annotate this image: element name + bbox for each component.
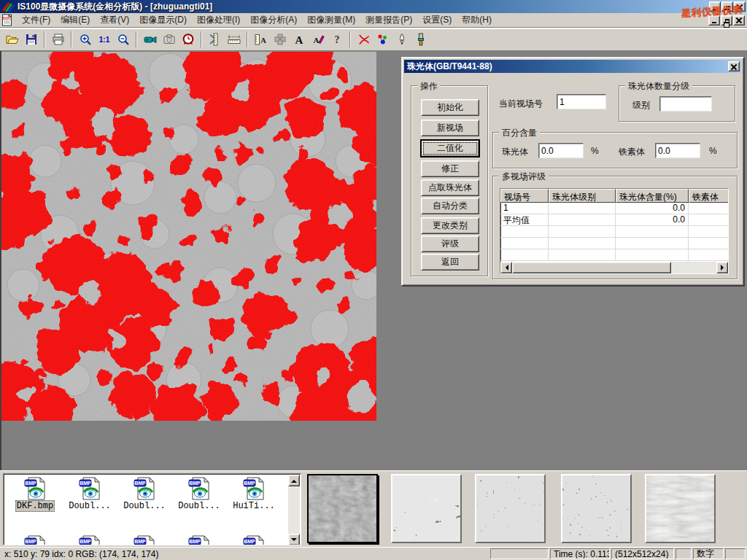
- table-row[interactable]: 平均值 0.0: [500, 214, 728, 226]
- change-class-button[interactable]: 更改类别: [421, 217, 479, 234]
- mdi-minimize-button[interactable]: [708, 15, 720, 26]
- file-name[interactable]: HuiTi...: [232, 501, 276, 511]
- current-field-input[interactable]: [557, 94, 606, 109]
- pick-pearlite-button[interactable]: 点取珠光体: [421, 179, 479, 196]
- save-button[interactable]: [22, 31, 40, 48]
- scroll-left-button[interactable]: [500, 262, 512, 273]
- file-item[interactable]: [119, 535, 170, 545]
- file-item[interactable]: Doubl...: [119, 477, 170, 511]
- file-name[interactable]: Doubl...: [68, 501, 112, 511]
- close-button[interactable]: [734, 1, 746, 12]
- zoom-out-button[interactable]: [114, 31, 132, 48]
- col-field-number[interactable]: 视场号: [500, 189, 549, 203]
- video-camera-button[interactable]: [141, 31, 159, 48]
- menu-help[interactable]: 帮助(H): [457, 12, 497, 28]
- table-horizontal-scrollbar[interactable]: [500, 262, 728, 273]
- thumbnail-4[interactable]: [561, 474, 632, 543]
- thumbnail-5[interactable]: [645, 474, 716, 543]
- file-item[interactable]: Doubl...: [64, 477, 115, 511]
- cell-field: 平均值: [500, 214, 549, 225]
- toolbar-separator: [201, 31, 202, 47]
- table-row[interactable]: 1 0.0: [500, 203, 728, 214]
- menu-image-display[interactable]: 图像显示(D): [134, 12, 192, 28]
- pearlite-dialog: 珠光体(GB/T9441-88) 操作 初始化 新视场 二值化 修正 点取珠光体…: [401, 57, 744, 286]
- thumbnail-1[interactable]: [307, 474, 378, 543]
- ruler-button[interactable]: [225, 31, 243, 48]
- file-name[interactable]: Doubl...: [123, 501, 166, 511]
- col-pearlite-grade[interactable]: 珠光体级别: [549, 189, 616, 203]
- file-item[interactable]: DKF.bmp: [9, 477, 61, 512]
- auto-classify-button[interactable]: 自动分类: [421, 198, 479, 214]
- actual-size-icon: 1:1: [98, 33, 111, 46]
- file-name[interactable]: DKF.bmp: [15, 500, 55, 512]
- menu-settings[interactable]: 设置(S): [417, 12, 457, 28]
- minimize-button[interactable]: [709, 1, 721, 12]
- bmp-file-icon: [23, 535, 47, 545]
- correct-button[interactable]: 修正: [421, 160, 479, 177]
- measure-text-icon: A: [255, 33, 268, 46]
- scroll-down-button[interactable]: [288, 534, 300, 545]
- file-item[interactable]: [9, 535, 61, 545]
- file-name[interactable]: Doubl...: [177, 501, 221, 511]
- ferrite-percent-input[interactable]: [655, 143, 700, 158]
- binarized-metallograph-image[interactable]: [1, 52, 376, 421]
- menu-file[interactable]: 文件(F): [17, 12, 55, 28]
- binarize-button[interactable]: 二值化: [421, 140, 479, 157]
- pearlite-percent-input[interactable]: [538, 143, 584, 158]
- scroll-thumb[interactable]: [512, 262, 671, 273]
- svg-text:1:1: 1:1: [98, 36, 109, 44]
- col-pearlite-content[interactable]: 珠光体含量(%): [616, 189, 689, 203]
- initialize-button[interactable]: 初始化: [421, 99, 479, 116]
- zoom-in-button[interactable]: [76, 31, 94, 48]
- percent-group: 百分含量 珠光体 % 铁素体 %: [492, 132, 738, 168]
- rating-table[interactable]: 视场号 珠光体级别 珠光体含量(%) 铁素体 1 0.0 平均值 0.0: [500, 188, 729, 274]
- mdi-close-button[interactable]: [733, 15, 745, 26]
- file-item[interactable]: [228, 535, 279, 545]
- dialog-close-button[interactable]: [728, 61, 740, 71]
- restore-icon: [726, 6, 730, 9]
- pen-button[interactable]: [392, 31, 411, 48]
- caliper-button[interactable]: [206, 31, 224, 48]
- focus-rect: [423, 142, 477, 155]
- pattern-fill-icon: [274, 33, 287, 46]
- app-logo-icon: [1, 1, 15, 12]
- file-item[interactable]: [64, 535, 115, 545]
- grade-input[interactable]: [659, 96, 712, 112]
- rate-button[interactable]: 评级: [421, 236, 479, 252]
- return-button[interactable]: 返回: [421, 254, 479, 271]
- restore-button[interactable]: [721, 1, 733, 12]
- measure-text-button[interactable]: A: [252, 31, 270, 48]
- file-item[interactable]: Doubl...: [174, 477, 225, 511]
- pattern-fill-button[interactable]: [271, 31, 289, 48]
- clock-button[interactable]: [179, 31, 197, 48]
- file-list-scrollbar[interactable]: [288, 475, 300, 545]
- photo-camera-button[interactable]: [160, 31, 178, 48]
- scroll-up-button[interactable]: [288, 475, 300, 486]
- new-field-button[interactable]: 新视场: [421, 120, 479, 136]
- menu-image-measure[interactable]: 图像测量(M): [302, 12, 360, 28]
- help-icon: ?: [330, 33, 344, 46]
- mdi-restore-button[interactable]: [721, 15, 732, 26]
- menu-edit[interactable]: 编辑(E): [55, 12, 95, 28]
- text-annotate-button[interactable]: A: [309, 31, 327, 48]
- text-button[interactable]: A: [290, 31, 308, 48]
- thumbnail-2[interactable]: [391, 474, 462, 543]
- actual-size-button[interactable]: 1:1: [95, 31, 113, 48]
- scroll-right-button[interactable]: [716, 262, 728, 273]
- file-item[interactable]: [174, 535, 225, 545]
- curve-tool-button[interactable]: [355, 31, 373, 48]
- particle-classify-button[interactable]: [374, 31, 392, 48]
- help-button[interactable]: ?: [328, 31, 346, 48]
- menu-view[interactable]: 查看(V): [95, 12, 134, 28]
- open-button[interactable]: [3, 31, 21, 48]
- thumbnail-3[interactable]: [475, 474, 546, 543]
- col-ferrite[interactable]: 铁素体: [689, 189, 729, 203]
- file-item[interactable]: HuiTi...: [228, 477, 279, 511]
- menu-image-processing[interactable]: 图像处理(I): [192, 12, 245, 28]
- menu-image-analysis[interactable]: 图像分析(A): [245, 12, 302, 28]
- menu-measure-report[interactable]: 测量报告(P): [360, 12, 417, 28]
- file-list[interactable]: DKF.bmp Doubl... Doubl... Doubl... HuiTi…: [3, 473, 301, 545]
- brush-button[interactable]: [411, 31, 430, 48]
- print-button[interactable]: [49, 31, 67, 48]
- ferrite-percent-sign: %: [709, 146, 717, 156]
